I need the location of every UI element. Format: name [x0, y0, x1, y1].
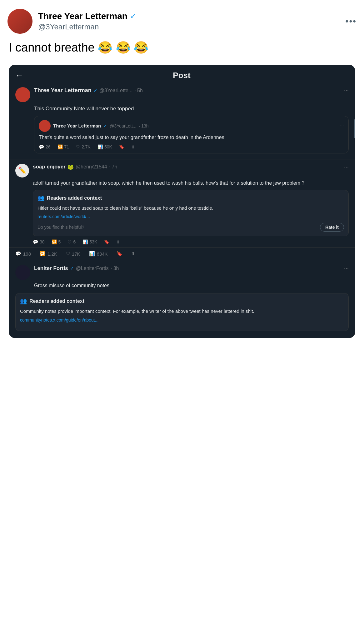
main-views-count: 634K — [97, 251, 108, 257]
soap-more[interactable]: ··· — [344, 164, 349, 170]
embedded-card: ← Post Three Year Letterman ✓ @3YearLett… — [7, 65, 357, 338]
soap-handle: @henry21544 — [76, 164, 107, 170]
scroll-indicator — [354, 119, 355, 138]
top-tweet-container: Three Year Letterman ✓ @3YearLetterman •… — [0, 0, 364, 344]
nested-retweets[interactable]: 🔁 71 — [57, 144, 69, 149]
retweet-icon: 🔁 — [57, 144, 63, 149]
nested-handle: @3YearLett... — [110, 123, 136, 128]
card-header: ← Post — [9, 65, 355, 82]
main-post-username: Three Year Letterman — [34, 87, 92, 94]
nested-tweet: Three Year Letterman ✓ @3YearLett... · 1… — [34, 116, 349, 153]
main-likes-count: 17K — [72, 251, 80, 257]
leniter-more[interactable]: ··· — [344, 265, 349, 272]
comment-icon: 💬 — [33, 239, 38, 244]
nested-retweets-count: 71 — [64, 144, 69, 149]
soap-comments-count: 30 — [40, 239, 45, 244]
soap-content: adolf turned your grandfather into soap,… — [15, 179, 349, 187]
verified-icon: ✓ — [130, 12, 136, 21]
soap-reply: ✏️ soap enjoyer 🐸 @henry21544 · 7h ··· a… — [9, 159, 355, 248]
tweet-user-info: Three Year Letterman ✓ @3YearLetterman — [7, 9, 136, 34]
views-icon: 📊 — [82, 239, 88, 244]
leniter-content: Gross misuse of community notes. — [15, 282, 349, 289]
main-share[interactable]: ⬆ — [131, 251, 135, 257]
cn-header: 👥 Readers added context — [37, 195, 344, 202]
cn-text: Hitler could not have used soap to clean… — [37, 205, 344, 212]
user-handle: @3YearLetterman — [38, 22, 136, 31]
main-post: Three Year Letterman ✓ @3YearLette... · … — [9, 82, 355, 159]
leniter-avatar[interactable] — [15, 265, 30, 280]
retweet-icon: 🔁 — [40, 251, 46, 257]
bookmark-icon: 🔖 — [117, 251, 122, 257]
bookmark-icon: 🔖 — [119, 144, 124, 149]
leniter-cn-icon: 👥 — [20, 298, 27, 305]
soap-emoji: 🐸 — [67, 164, 74, 170]
cn-link[interactable]: reuters.com/article/world/... — [37, 214, 344, 219]
leniter-username: Leniter Fortis — [34, 265, 68, 272]
tweet-card: ← Post Three Year Letterman ✓ @3YearLett… — [9, 65, 355, 338]
comment-icon: 💬 — [39, 144, 44, 149]
soap-reply-header: ✏️ soap enjoyer 🐸 @henry21544 · 7h ··· — [15, 164, 349, 178]
nested-views[interactable]: 📊 50K — [97, 144, 112, 149]
user-details: Three Year Letterman ✓ @3YearLetterman — [38, 11, 136, 31]
leniter-community-note: 👥 Readers added context Community notes … — [15, 293, 349, 331]
leniter-reply: Leniter Fortis ✓ @LeniterFortis · 3h ···… — [9, 260, 355, 338]
views-icon: 📊 — [97, 144, 103, 149]
avatar[interactable] — [7, 9, 32, 34]
nested-bookmark[interactable]: 🔖 — [119, 144, 124, 149]
main-comments[interactable]: 💬 198 — [15, 251, 31, 257]
nested-content: That's quite a word salad just to say yo… — [39, 134, 344, 141]
soap-views-count: 53K — [89, 239, 97, 244]
nested-comments[interactable]: 💬 26 — [39, 144, 51, 149]
main-views[interactable]: 📊 634K — [89, 251, 108, 257]
like-icon: ♡ — [76, 144, 80, 149]
soap-meta: soap enjoyer 🐸 @henry21544 · 7h ··· — [33, 164, 349, 170]
main-post-time: · 5h — [134, 88, 143, 93]
leniter-cn-link[interactable]: communitynotes.x.com/guide/en/about... — [20, 318, 344, 322]
soap-time: · 7h — [109, 164, 117, 170]
leniter-cn-header: 👥 Readers added context — [20, 298, 344, 305]
more-options-button[interactable]: ••• — [346, 16, 357, 26]
tweet-header: Three Year Letterman ✓ @3YearLetterman •… — [7, 9, 357, 34]
main-bookmark[interactable]: 🔖 — [117, 251, 122, 257]
display-name: Three Year Letterman — [38, 11, 127, 21]
share-icon: ⬆ — [116, 239, 120, 244]
cn-icon: 👥 — [37, 195, 44, 202]
soap-bookmark[interactable]: 🔖 — [104, 239, 109, 244]
main-post-handle: @3YearLette... — [99, 88, 132, 93]
leniter-cn-text: Community notes provide important contex… — [20, 308, 344, 315]
soap-retweets-count: 5 — [58, 239, 61, 244]
nested-verified: ✓ — [103, 123, 107, 128]
leniter-cn-title: Readers added context — [29, 298, 84, 304]
nested-share[interactable]: ⬆ — [131, 144, 135, 149]
main-post-avatar[interactable] — [15, 87, 30, 102]
main-post-more[interactable]: ··· — [344, 87, 349, 94]
soap-retweets[interactable]: 🔁 5 — [52, 239, 61, 244]
comment-icon: 💬 — [15, 251, 21, 257]
main-post-content: This Community Note will never be topped — [15, 105, 349, 113]
main-likes[interactable]: ♡ 17K — [66, 251, 80, 257]
soap-likes[interactable]: ♡ 6 — [67, 239, 76, 244]
retweet-icon: 🔁 — [52, 239, 57, 244]
nested-header: Three Year Letterman ✓ @3YearLett... · 1… — [39, 120, 344, 132]
main-retweets[interactable]: 🔁 1.2K — [40, 251, 57, 257]
soap-community-note: 👥 Readers added context Hitler could not… — [33, 190, 349, 237]
nested-views-count: 50K — [104, 144, 112, 149]
card-title: Post — [173, 71, 190, 80]
cn-rate-button[interactable]: Rate it — [320, 223, 344, 232]
soap-comments[interactable]: 💬 30 — [33, 239, 45, 244]
main-post-actions: 💬 198 🔁 1.2K ♡ 17K 📊 634K 🔖 — [9, 248, 355, 260]
nested-more[interactable]: ··· — [340, 123, 344, 129]
views-icon: 📊 — [89, 251, 95, 257]
back-arrow-icon[interactable]: ← — [15, 71, 23, 80]
soap-views[interactable]: 📊 53K — [82, 239, 97, 244]
nested-likes[interactable]: ♡ 2.7K — [76, 144, 91, 149]
nested-time: · 13h — [139, 123, 148, 128]
main-post-verified: ✓ — [93, 88, 97, 93]
nested-avatar[interactable] — [39, 120, 51, 132]
soap-avatar[interactable]: ✏️ — [15, 164, 29, 178]
nested-likes-count: 2.7K — [82, 144, 91, 149]
main-retweets-count: 1.2K — [47, 251, 57, 257]
soap-likes-count: 6 — [73, 239, 76, 244]
soap-share[interactable]: ⬆ — [116, 239, 120, 244]
user-name-row: Three Year Letterman ✓ — [38, 11, 136, 21]
